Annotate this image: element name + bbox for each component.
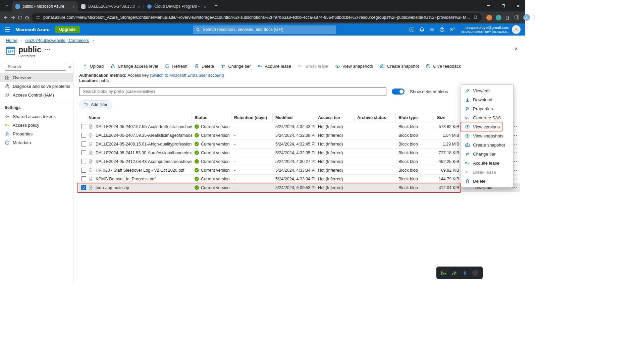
blob-name[interactable]: DALLE2024-05-2407.59.35-Arealisticimageo… [96, 133, 192, 138]
table-row[interactable]: HR 033 - Staff Sleepover Log - V2 Oct 20… [79, 166, 520, 175]
give-feedback-button[interactable]: Give feedback [422, 64, 464, 69]
account-avatar[interactable] [512, 25, 521, 34]
extension-icon[interactable] [496, 15, 501, 20]
column-header-name[interactable]: Name [88, 113, 192, 122]
table-row[interactable]: DALLE2024-05-2408.15.01-Ahigh-qualitypro… [79, 140, 520, 149]
tab-close-icon[interactable]: × [72, 4, 74, 9]
table-row[interactable]: DALLE2024-05-2407.57.55-Acolorfulillustr… [79, 122, 520, 131]
minimize-button[interactable] [481, 0, 496, 11]
menu-item-view-snapshots[interactable]: View snapshots [461, 131, 513, 140]
row-checkbox[interactable] [79, 140, 88, 148]
select-all-area[interactable] [79, 113, 88, 122]
blob-name[interactable]: todo-app-main.zip [96, 185, 129, 190]
table-row[interactable]: todo-app-main.zip Current version - 5/24… [79, 183, 520, 192]
menu-item-change-tier[interactable]: Change tier [461, 150, 513, 159]
reload-button[interactable] [17, 13, 22, 22]
share-tool-icon[interactable] [451, 270, 457, 276]
row-checkbox[interactable] [79, 175, 88, 183]
show-deleted-toggle[interactable] [392, 89, 405, 95]
table-row[interactable]: DALLE2024-05-2412.08.43-Acomputerscreens… [79, 157, 520, 166]
checkbox[interactable] [81, 185, 86, 190]
checkbox[interactable] [81, 133, 86, 138]
table-row[interactable]: DALLE2024-05-2411.53.30-Aprofessionalban… [79, 149, 520, 157]
settings-gear-icon[interactable] [427, 24, 437, 35]
bookmark-icon[interactable] [473, 15, 478, 20]
checkbox[interactable] [81, 176, 86, 181]
column-header-access-tier[interactable]: Access tier [315, 113, 355, 122]
column-header-modified[interactable]: Modified [273, 113, 315, 122]
blob-prefix-search-input[interactable] [79, 87, 386, 96]
blob-name-cell[interactable]: DALLE2024-05-2407.59.35-Arealisticimageo… [88, 131, 192, 139]
tab-azure-portal[interactable]: public - Microsoft Azure × [12, 1, 78, 11]
acquire-lease-button[interactable]: Acquire lease [254, 64, 295, 69]
upload-button[interactable]: Upload [79, 64, 107, 69]
view-snapshots-button[interactable]: View snapshots [332, 64, 376, 69]
upgrade-button[interactable]: Upgrade [55, 26, 80, 33]
sidebar-item-metadata[interactable]: Metadata [0, 138, 73, 147]
checkbox[interactable] [81, 124, 86, 129]
blob-name[interactable]: DALLE2024-05-2408.15.01-Ahigh-qualitypro… [96, 142, 192, 147]
more-options-icon[interactable] [45, 47, 51, 53]
menu-item-delete[interactable]: Delete [461, 177, 513, 186]
column-header-status[interactable]: Status [192, 113, 231, 122]
sidebar-item-shared-access-tokens[interactable]: Shared access tokens [0, 112, 73, 121]
breadcrumb-home-link[interactable]: Home [6, 38, 17, 43]
sidebar-item-access-control[interactable]: Access Control (IAM) [0, 91, 73, 99]
azure-brand[interactable]: Microsoft Azure [15, 27, 50, 32]
tab-cloud-devops[interactable]: Cloud DevOps Program - May × [144, 1, 210, 11]
blob-name-cell[interactable]: KPMG Dataset_In_Progress.pdf [88, 175, 192, 183]
extensions-puzzle-icon[interactable] [505, 15, 511, 20]
tab-search-icon[interactable] [3, 1, 11, 10]
switch-auth-link[interactable]: (Switch to Microsoft Entra user account) [150, 73, 224, 78]
sidebar-collapse-button[interactable]: « [68, 64, 71, 69]
global-search-input[interactable] [203, 27, 333, 32]
sidebar-item-properties[interactable]: Properties [0, 129, 73, 138]
blob-name-cell[interactable]: todo-app-main.zip [88, 183, 192, 192]
help-icon[interactable] [437, 24, 447, 35]
add-filter-button[interactable]: Add filter [79, 100, 112, 109]
tab-close-icon[interactable]: × [138, 4, 140, 9]
bluetooth-icon[interactable] [462, 270, 468, 276]
blob-name[interactable]: DALLE2024-05-2411.53.30-Aprofessionalban… [96, 151, 192, 155]
menu-item-acquire-lease[interactable]: Acquire lease [461, 159, 513, 168]
column-header-size[interactable]: Size [434, 113, 461, 122]
address-bar[interactable]: portal.azure.com/#view/Microsoft_Azure_S… [32, 13, 482, 22]
blob-name-cell[interactable]: DALLE2024-05-2408.15.01-Ahigh-qualitypro… [88, 140, 192, 148]
refresh-button[interactable]: Refresh [161, 64, 191, 69]
table-row[interactable]: KPMG Dataset_In_Progress.pdf Current ver… [79, 175, 520, 183]
profile-avatar[interactable] [523, 14, 530, 21]
browser-menu-icon[interactable] [534, 15, 535, 20]
menu-item-view-edit[interactable]: View/edit [461, 86, 513, 95]
notifications-icon[interactable] [417, 24, 427, 35]
sidebar-item-diagnose[interactable]: Diagnose and solve problems [0, 82, 73, 91]
blade-close-icon[interactable]: × [515, 46, 518, 52]
column-header-archive-status[interactable]: Archive status [355, 113, 396, 122]
row-checkbox[interactable] [79, 157, 88, 166]
column-header-blob-type[interactable]: Blob type [396, 113, 434, 122]
tool-icon[interactable] [472, 270, 478, 276]
delete-button[interactable]: Delete [191, 64, 218, 69]
checkbox[interactable] [81, 141, 86, 147]
blob-name-cell[interactable]: DALLE2024-05-2407.57.55-Acolorfulillustr… [88, 122, 192, 131]
image-tool-icon[interactable] [441, 270, 447, 276]
checkbox[interactable] [81, 150, 86, 155]
cloud-shell-icon[interactable] [407, 24, 417, 35]
menu-item-download[interactable]: Download [461, 95, 513, 104]
url-text[interactable]: portal.azure.com/#view/Microsoft_Azure_S… [43, 15, 470, 20]
row-checkbox[interactable] [79, 183, 88, 192]
maximize-button[interactable] [496, 0, 511, 11]
blob-name-cell[interactable]: HR 033 - Staff Sleepover Log - V2 Oct 20… [88, 166, 192, 174]
close-window-button[interactable]: × [511, 0, 525, 11]
column-header-retention[interactable]: Retention (days) [231, 113, 273, 122]
row-checkbox[interactable] [79, 122, 88, 131]
extension-icon[interactable] [486, 15, 492, 20]
blob-name[interactable]: DALLE2024-05-2407.57.55-Acolorfulillustr… [96, 124, 192, 129]
menu-item-generate-sas[interactable]: Generate SAS [461, 113, 513, 122]
tab-close-icon[interactable]: × [204, 4, 206, 9]
site-info-icon[interactable] [36, 15, 40, 20]
portal-menu-icon[interactable] [5, 27, 10, 32]
create-snapshot-button[interactable]: Create snapshot [376, 64, 422, 69]
back-button[interactable] [3, 13, 8, 22]
blob-name[interactable]: DALLE2024-05-2412.08.43-Acomputerscreens… [96, 159, 192, 164]
sidebar-search-input[interactable] [5, 63, 66, 71]
